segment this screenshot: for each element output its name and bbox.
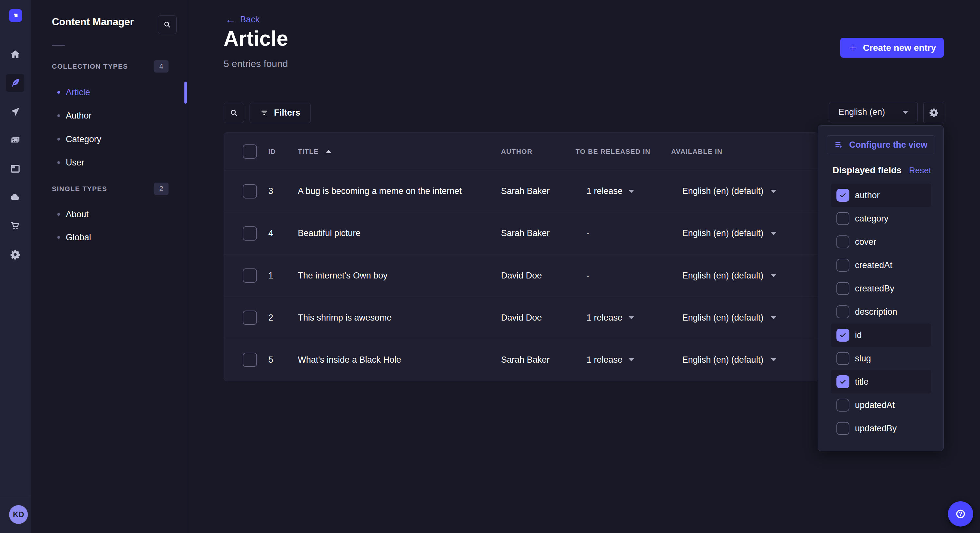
field-option-updatedAt[interactable]: updatedAt [831, 393, 931, 417]
sidebar-item-category[interactable]: Category [52, 128, 181, 150]
sidebar-item-about[interactable]: About [52, 203, 181, 225]
user-avatar[interactable]: KD [9, 505, 28, 524]
active-item-indicator [185, 82, 187, 104]
paper-plane-icon[interactable] [6, 103, 24, 121]
field-label: updatedAt [855, 400, 895, 410]
checkbox-unchecked-icon[interactable] [837, 305, 850, 318]
cart-icon[interactable] [6, 217, 24, 235]
column-header-available[interactable]: AVAILABLE IN [671, 148, 818, 155]
chevron-down-icon [771, 358, 776, 362]
cell-available[interactable]: English (en) (default) [671, 186, 818, 196]
field-option-cover[interactable]: cover [831, 230, 931, 254]
cell-id: 3 [268, 186, 298, 196]
sort-ascending-icon[interactable] [326, 150, 331, 153]
layout-icon[interactable] [6, 160, 24, 178]
bullet-icon [57, 236, 60, 239]
create-new-entry-button[interactable]: Create new entry [840, 38, 944, 58]
checkbox-checked-icon[interactable] [837, 329, 850, 342]
field-option-id[interactable]: id [831, 324, 931, 347]
cell-released[interactable]: 1 release [576, 313, 671, 323]
chevron-down-icon [628, 316, 634, 319]
checkbox-unchecked-icon[interactable] [837, 399, 850, 412]
home-icon[interactable] [6, 45, 24, 63]
sidebar-search-button[interactable] [158, 15, 177, 34]
checkbox-unchecked-icon[interactable] [837, 352, 850, 365]
bullet-icon [57, 213, 60, 216]
row-checkbox[interactable] [243, 353, 257, 367]
checkbox-checked-icon[interactable] [837, 189, 850, 202]
field-option-createdAt[interactable]: createdAt [831, 254, 931, 277]
field-option-slug[interactable]: slug [831, 347, 931, 370]
table-search-button[interactable] [224, 103, 244, 123]
sidebar-item-global[interactable]: Global [52, 226, 181, 248]
table-row[interactable]: 1 The internet's Own boy David Doe - Eng… [224, 254, 818, 297]
sidebar-item-article[interactable]: Article [52, 81, 181, 103]
locale-select[interactable]: English (en) [829, 102, 918, 122]
view-settings-popover: Configure the view Displayed fields Rese… [818, 125, 944, 451]
reset-link[interactable]: Reset [909, 165, 931, 176]
row-checkbox[interactable] [243, 184, 257, 198]
cell-available[interactable]: English (en) (default) [671, 228, 818, 238]
displayed-fields-title: Displayed fields [832, 165, 902, 176]
cell-released: - [576, 228, 671, 238]
checkbox-unchecked-icon[interactable] [837, 422, 850, 435]
column-header-released[interactable]: TO BE RELEASED IN [576, 148, 671, 155]
checkbox-checked-icon[interactable] [837, 375, 850, 388]
chevron-down-icon [771, 274, 776, 277]
table-row[interactable]: 4 Beautiful picture Sarah Baker - Englis… [224, 212, 818, 254]
back-link[interactable]: ← Back [225, 14, 259, 25]
column-header-author[interactable]: AUTHOR [501, 148, 576, 155]
row-checkbox[interactable] [243, 226, 257, 241]
cell-title: Beautiful picture [298, 228, 501, 238]
field-option-author[interactable]: author [831, 184, 931, 207]
filters-button[interactable]: Filters [250, 103, 311, 123]
strapi-logo[interactable] [9, 9, 22, 22]
cloud-icon[interactable] [6, 188, 24, 206]
checkbox-unchecked-icon[interactable] [837, 259, 850, 272]
media-library-icon[interactable] [6, 132, 24, 150]
sidebar-item-label: Article [66, 87, 90, 97]
field-label: author [855, 190, 880, 200]
entries-table: ID TITLE AUTHOR TO BE RELEASED IN AVAILA… [224, 132, 818, 381]
view-settings-button[interactable] [923, 102, 944, 123]
table-row[interactable]: 2 This shrimp is awesome David Doe 1 rel… [224, 297, 818, 339]
sidebar-item-user[interactable]: User [52, 152, 181, 174]
section-label: COLLECTION TYPES [52, 62, 128, 70]
cell-title: A bug is becoming a meme on the internet [298, 186, 501, 196]
sidebar-item-author[interactable]: Author [52, 105, 181, 127]
row-checkbox[interactable] [243, 311, 257, 325]
cell-available[interactable]: English (en) (default) [671, 313, 818, 323]
field-option-category[interactable]: category [831, 207, 931, 230]
table-row[interactable]: 3 A bug is becoming a meme on the intern… [224, 170, 818, 212]
cell-released[interactable]: 1 release [576, 355, 671, 365]
field-option-updatedBy[interactable]: updatedBy [831, 417, 931, 440]
checkbox-unchecked-icon[interactable] [837, 235, 850, 248]
section-label: SINGLE TYPES [52, 185, 107, 193]
cell-released[interactable]: 1 release [576, 186, 671, 196]
cell-available[interactable]: English (en) (default) [671, 271, 818, 281]
field-option-title[interactable]: title [831, 370, 931, 393]
chevron-down-icon [771, 316, 776, 319]
chevron-down-icon [628, 358, 634, 362]
column-header-title[interactable]: TITLE [298, 148, 318, 155]
checkbox-unchecked-icon[interactable] [837, 212, 850, 225]
checkbox-unchecked-icon[interactable] [837, 282, 850, 295]
field-option-description[interactable]: description [831, 300, 931, 324]
column-header-id[interactable]: ID [268, 148, 298, 155]
row-checkbox[interactable] [243, 268, 257, 283]
plus-icon [848, 43, 858, 53]
cell-available[interactable]: English (en) (default) [671, 355, 818, 365]
settings-gear-icon[interactable] [6, 246, 24, 263]
help-button[interactable]: ? [948, 501, 973, 527]
field-label: createdBy [855, 284, 894, 294]
select-all-checkbox[interactable] [243, 144, 257, 159]
field-option-createdBy[interactable]: createdBy [831, 277, 931, 300]
filter-icon [260, 108, 269, 117]
cell-title: This shrimp is awesome [298, 313, 501, 323]
feather-content-manager-icon[interactable] [6, 74, 24, 92]
sidebar-item-label: Global [66, 233, 91, 243]
table-row[interactable]: 5 What's inside a Black Hole Sarah Baker… [224, 339, 818, 381]
field-label: createdAt [855, 260, 892, 270]
cell-title: The internet's Own boy [298, 271, 501, 281]
configure-view-button[interactable]: Configure the view [827, 135, 935, 154]
